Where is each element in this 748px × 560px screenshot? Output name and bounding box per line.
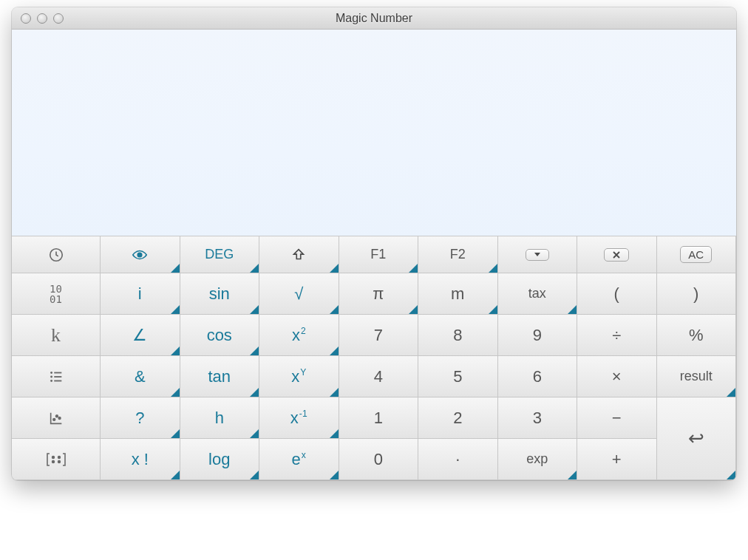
digit-2-button[interactable]: 2 — [418, 397, 498, 439]
digit-3-button[interactable]: 3 — [498, 397, 578, 439]
angle-mode-button[interactable]: DEG — [180, 236, 260, 273]
k-button[interactable]: k — [12, 315, 101, 356]
svg-rect-3 — [54, 372, 61, 373]
cos-button[interactable]: cos — [180, 315, 260, 356]
digit-0-button[interactable]: 0 — [339, 439, 419, 480]
matrix-icon — [46, 452, 67, 467]
result-button[interactable]: result — [657, 356, 737, 397]
svg-point-13 — [52, 460, 54, 462]
shift-button[interactable] — [259, 236, 339, 273]
zoom-button[interactable] — [53, 13, 64, 24]
digit-5-button[interactable]: 5 — [418, 356, 498, 397]
svg-rect-5 — [54, 376, 61, 378]
digit-6-button[interactable]: 6 — [498, 356, 578, 397]
titlebar: Magic Number — [12, 7, 736, 30]
traffic-lights — [12, 13, 64, 24]
triangle-down-icon — [534, 251, 541, 259]
x-inverse-button[interactable]: x-1 — [259, 397, 339, 439]
x-squared-button[interactable]: x2 — [259, 315, 339, 356]
h-button[interactable]: h — [180, 397, 260, 439]
svg-point-14 — [58, 460, 60, 462]
svg-point-4 — [50, 375, 52, 378]
bits-button[interactable]: 10 01 — [12, 273, 101, 315]
digit-1-button[interactable]: 1 — [339, 397, 419, 439]
dot-button[interactable]: · — [418, 439, 498, 480]
angle-button[interactable]: ∠ — [101, 315, 180, 356]
f2-label: F2 — [450, 247, 466, 262]
sin-button[interactable]: sin — [180, 273, 260, 315]
list-icon — [48, 369, 64, 385]
svg-point-8 — [52, 418, 55, 420]
ac-label: AC — [680, 246, 712, 263]
allclear-button[interactable]: AC — [657, 236, 737, 273]
factorial-button[interactable]: x ! — [101, 439, 180, 480]
scatter-button[interactable] — [12, 397, 101, 439]
rparen-button[interactable]: ) — [657, 273, 737, 315]
clear-button[interactable] — [577, 236, 657, 273]
minimize-button[interactable] — [37, 13, 47, 24]
x-icon — [612, 250, 621, 259]
f2-button[interactable]: F2 — [418, 236, 498, 273]
svg-point-12 — [58, 456, 60, 458]
dropdown-pill — [526, 249, 549, 261]
divide-button[interactable]: ÷ — [577, 315, 657, 356]
app-window: Magic Number DEG F1 F2 — [12, 7, 736, 480]
bits-icon: 10 01 — [50, 284, 62, 304]
pi-button[interactable]: π — [339, 273, 419, 315]
calc-display — [12, 30, 736, 236]
svg-point-2 — [50, 372, 52, 374]
dropdown-button[interactable] — [498, 236, 578, 273]
e-power-x-button[interactable]: ex — [259, 439, 339, 480]
list-button[interactable] — [12, 356, 101, 397]
svg-point-11 — [52, 456, 54, 458]
amp-button[interactable]: & — [101, 356, 180, 397]
sqrt-button[interactable]: √ — [259, 273, 339, 315]
digit-9-button[interactable]: 9 — [498, 315, 578, 356]
digit-7-button[interactable]: 7 — [339, 315, 419, 356]
lparen-button[interactable]: ( — [577, 273, 657, 315]
multiply-button[interactable]: × — [577, 356, 657, 397]
plus-button[interactable]: + — [577, 439, 657, 480]
tan-button[interactable]: tan — [180, 356, 260, 397]
view-button[interactable] — [101, 236, 180, 273]
digit-8-button[interactable]: 8 — [418, 315, 498, 356]
svg-point-10 — [58, 417, 61, 419]
m-button[interactable]: m — [418, 273, 498, 315]
exp-button[interactable]: exp — [498, 439, 578, 480]
keypad: DEG F1 F2 AC 10 01 i si — [12, 236, 736, 480]
deg-label: DEG — [205, 247, 234, 262]
svg-point-9 — [55, 414, 58, 417]
scatter-icon — [48, 410, 64, 426]
x-pill — [604, 248, 629, 262]
clock-icon — [48, 247, 64, 263]
question-button[interactable]: ? — [101, 397, 180, 439]
log-button[interactable]: log — [180, 439, 260, 480]
percent-button[interactable]: % — [657, 315, 737, 356]
window-title: Magic Number — [12, 12, 736, 25]
history-button[interactable] — [12, 236, 101, 273]
digit-4-button[interactable]: 4 — [339, 356, 419, 397]
close-button[interactable] — [21, 13, 31, 24]
svg-rect-7 — [54, 380, 61, 381]
tax-button[interactable]: tax — [498, 273, 578, 315]
minus-button[interactable]: − — [577, 397, 657, 439]
svg-point-6 — [50, 380, 52, 382]
svg-point-1 — [138, 253, 143, 257]
f1-label: F1 — [370, 247, 386, 262]
i-button[interactable]: i — [101, 273, 180, 315]
x-power-y-button[interactable]: xY — [259, 356, 339, 397]
eye-icon — [132, 247, 148, 263]
matrix-button[interactable] — [12, 439, 101, 480]
f1-button[interactable]: F1 — [339, 236, 419, 273]
enter-button[interactable]: ↩ — [657, 397, 737, 480]
shift-icon — [290, 247, 307, 263]
